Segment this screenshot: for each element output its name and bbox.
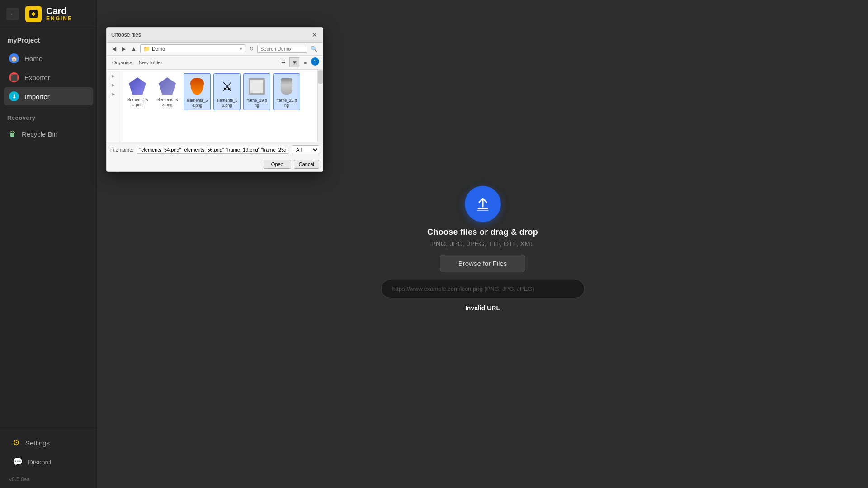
file-item-elements-53[interactable]: elements_53.png (154, 73, 181, 110)
filetype-select[interactable]: All (292, 145, 319, 154)
logo-text: Card ENGINE (46, 6, 72, 22)
dialog-back-button[interactable]: ◀ (110, 45, 118, 53)
sidebar-header: ← Card ENGINE (0, 0, 97, 28)
dialog-forward-button[interactable]: ▶ (120, 45, 127, 53)
dialog-scrollbar[interactable] (317, 70, 323, 142)
details-view-button[interactable]: ≡ (300, 57, 310, 67)
open-button[interactable]: Open (264, 160, 291, 169)
view-buttons: ☰ ⊞ ≡ ? (278, 57, 319, 67)
file-item-elements-56[interactable]: ⚔ elements_56.png (213, 73, 241, 110)
file-thumb-frame-25 (276, 76, 297, 97)
settings-label: Settings (25, 439, 50, 447)
sidebar-item-settings[interactable]: ⚙ Settings (7, 434, 90, 452)
file-name-elements-56: elements_56.png (216, 98, 238, 108)
dialog-action-buttons: Open Cancel (107, 157, 323, 171)
file-thumb-elements-54 (186, 76, 208, 97)
trash-icon: 🗑 (9, 130, 16, 138)
logo-engine: ENGINE (46, 16, 72, 22)
path-chevron: ▾ (240, 46, 242, 52)
dialog-up-button[interactable]: ▲ (129, 45, 138, 53)
dialog-titlebar: Choose files ✕ (107, 28, 323, 43)
sidebar-item-discord[interactable]: 💬 Discord (7, 453, 90, 471)
version-label: v0.5.0ea (4, 473, 93, 484)
dialog-toolbar: ◀ ▶ ▲ 📁 Demo ▾ ↻ 🔍 (107, 43, 323, 56)
home-icon: 🏠 (9, 53, 19, 63)
dialog-nav-sidebar: ▶ ▶ ▶ (107, 70, 120, 142)
browse-files-button[interactable]: Browse for Files (440, 255, 526, 272)
dialog-path: 📁 Demo ▾ (140, 44, 245, 53)
sidebar: ← Card ENGINE myProject 🏠 Home ⬛ Exporte… (0, 0, 97, 488)
file-dialog: Choose files ✕ ◀ ▶ ▲ 📁 Demo ▾ ↻ 🔍 (106, 27, 323, 172)
help-button[interactable]: ? (311, 57, 319, 66)
scroll-thumb (318, 70, 323, 84)
organise-button[interactable]: Organise (110, 59, 134, 66)
discord-icon: 💬 (13, 457, 23, 467)
file-item-elements-54[interactable]: elements_54.png (184, 73, 211, 110)
settings-icon: ⚙ (13, 438, 20, 448)
grid-view-button[interactable]: ⊞ (289, 57, 299, 67)
sidebar-expand-button[interactable]: ▶ (107, 81, 120, 90)
upload-title: Choose files or drag & drop (427, 227, 538, 237)
file-item-elements-52[interactable]: elements_52.png (124, 73, 151, 110)
filename-input[interactable] (137, 146, 288, 154)
file-dialog-overlay: Choose files ✕ ◀ ▶ ▲ 📁 Demo ▾ ↻ 🔍 (106, 27, 323, 172)
file-name-elements-54: elements_54.png (186, 98, 208, 108)
url-input[interactable] (381, 280, 585, 298)
recycle-bin-label: Recycle Bin (22, 130, 57, 138)
sidebar-item-exporter[interactable]: ⬛ Exporter (4, 68, 93, 86)
dialog-search-input[interactable] (257, 45, 307, 53)
dialog-refresh-button[interactable]: ↻ (247, 45, 255, 53)
sidebar-bottom: ⚙ Settings 💬 Discord v0.5.0ea (0, 428, 97, 488)
bottom-nav: ⚙ Settings 💬 Discord (4, 432, 93, 473)
recovery-nav: 🗑 Recycle Bin (0, 124, 97, 144)
sidebar-item-recycle-bin[interactable]: 🗑 Recycle Bin (4, 126, 93, 142)
invalid-url-label: Invalid URL (465, 304, 500, 312)
file-item-frame-25[interactable]: frame_25.png (273, 73, 300, 110)
upload-circle-button[interactable] (465, 186, 501, 222)
dialog-close-button[interactable]: ✕ (311, 31, 318, 38)
main-content: Choose files ✕ ◀ ▶ ▲ 📁 Demo ▾ ↻ 🔍 (97, 0, 868, 488)
sidebar-item-button[interactable]: ▶ (107, 90, 120, 99)
dialog-actions: Organise New folder ☰ ⊞ ≡ ? (107, 56, 323, 70)
upload-icon (474, 195, 492, 213)
file-name-frame-19: frame_19.png (245, 98, 268, 108)
file-thumb-elements-52 (127, 75, 148, 97)
importer-icon: ⬇ (9, 91, 19, 101)
file-item-frame-19[interactable]: frame_19.png (243, 73, 270, 110)
cancel-button[interactable]: Cancel (294, 160, 319, 169)
sidebar-collapse-button[interactable]: ▶ (107, 71, 120, 81)
path-label: Demo (152, 46, 165, 52)
url-input-container (381, 280, 585, 298)
path-folder-icon: 📁 (143, 46, 150, 52)
dialog-title: Choose files (111, 32, 141, 38)
upload-area: Choose files or drag & drop PNG, JPG, JP… (381, 186, 585, 312)
dialog-body: ▶ ▶ ▶ elements_52.png (107, 70, 323, 142)
file-thumb-elements-56: ⚔ (216, 76, 238, 97)
dialog-footer: File name: All (107, 142, 323, 157)
sidebar-item-importer[interactable]: ⬇ Importer (4, 87, 93, 105)
file-name-elements-52: elements_52.png (126, 98, 149, 108)
importer-label: Importer (24, 93, 50, 100)
main-nav: 🏠 Home ⬛ Exporter ⬇ Importer (0, 47, 97, 107)
logo-icon (25, 6, 42, 22)
action-group-left: Organise New folder (110, 59, 164, 66)
file-thumb-frame-19 (246, 76, 268, 97)
discord-label: Discord (28, 458, 51, 466)
filename-label: File name: (110, 147, 133, 152)
home-label: Home (24, 55, 42, 62)
logo-card: Card (46, 6, 72, 16)
recovery-section-label: Recovery (0, 107, 97, 124)
file-name-frame-25: frame_25.png (275, 98, 298, 108)
list-view-button[interactable]: ☰ (278, 57, 288, 67)
sidebar-item-home[interactable]: 🏠 Home (4, 49, 93, 67)
file-thumb-elements-53 (156, 75, 178, 97)
project-label: myProject (0, 28, 97, 47)
back-button[interactable]: ← (6, 8, 19, 20)
exporter-label: Exporter (24, 74, 50, 81)
upload-subtitle: PNG, JPG, JPEG, TTF, OTF, XML (431, 240, 534, 247)
exporter-icon: ⬛ (9, 72, 19, 82)
new-folder-button[interactable]: New folder (137, 59, 165, 66)
file-grid: elements_52.png elements_53.png (120, 70, 317, 142)
file-name-elements-53: elements_53.png (156, 98, 179, 108)
dialog-search-button[interactable]: 🔍 (309, 45, 319, 53)
